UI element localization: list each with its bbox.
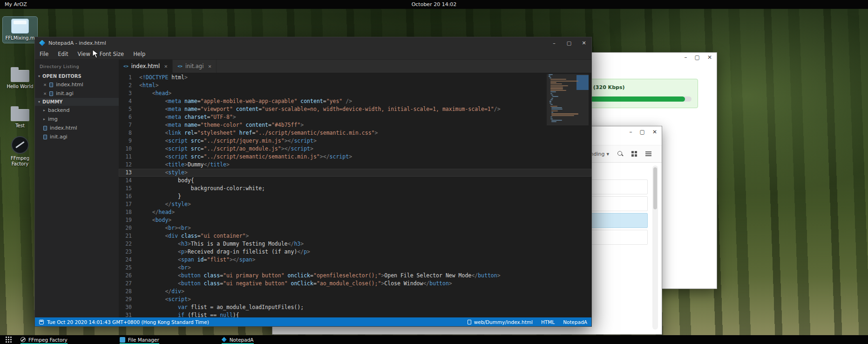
- code-line[interactable]: 20 <br><br>: [119, 224, 591, 232]
- folder-icon: [11, 70, 29, 82]
- code-line[interactable]: 14 body{: [119, 177, 591, 185]
- code-line[interactable]: 23 <p>Received drag-in filelist (if any)…: [119, 248, 591, 256]
- code-line[interactable]: 24 <span id="flist"></span>: [119, 256, 591, 264]
- code-line[interactable]: 7 <meta name="theme-color" content="#4b7…: [119, 121, 591, 129]
- code-text: if (flist == null){: [139, 311, 239, 317]
- code-line[interactable]: 8 <link rel="stylesheet" href="../script…: [119, 129, 591, 137]
- line-number: 13: [119, 169, 139, 177]
- close-icon[interactable]: ✕: [576, 37, 591, 48]
- scrollbar[interactable]: [652, 165, 658, 330]
- code-line[interactable]: 3 <head>: [119, 89, 591, 97]
- menu-font-size[interactable]: Font Size: [95, 48, 129, 59]
- app-launcher-icon[interactable]: [1, 335, 11, 344]
- taskbar-item-file-manager[interactable]: File Manager: [116, 335, 163, 344]
- close-icon[interactable]: ✕: [43, 91, 47, 96]
- taskbar-item-ffmpeg-factory[interactable]: FFmpeg Factory: [17, 335, 71, 344]
- tree-item-index-html[interactable]: index.html: [35, 124, 119, 132]
- desktop-icon-label: FFLMixing.m: [6, 35, 35, 41]
- code-line[interactable]: 28 </div>: [119, 288, 591, 296]
- desktop-icon-ffmpeg-factory[interactable]: FFmpeg Factory: [3, 134, 37, 168]
- tree-item-label: backend: [48, 107, 69, 113]
- tree-section-open-editors[interactable]: ▾OPEN EDITORS: [35, 72, 119, 80]
- desktop-icon-test[interactable]: Test: [3, 103, 37, 131]
- code-line[interactable]: 19 <body>: [119, 216, 591, 224]
- close-icon[interactable]: ✕: [652, 129, 657, 135]
- line-number: 29: [119, 296, 139, 303]
- code-line[interactable]: 16 }: [119, 193, 591, 200]
- code-line[interactable]: 22 <h3>This is a Dummy Testing Module</h…: [119, 240, 591, 248]
- minimize-icon[interactable]: –: [547, 37, 562, 48]
- maximize-icon[interactable]: ▢: [562, 37, 576, 48]
- tree-item-index-html[interactable]: ✕index.html: [35, 80, 119, 89]
- tab-init-agi[interactable]: <>init.agi✕: [173, 60, 217, 73]
- code-line[interactable]: 13 <style>: [119, 169, 591, 177]
- tree-item-init-agi[interactable]: init.agi: [35, 132, 119, 141]
- status-file[interactable]: web/Dummy/index.html: [468, 319, 533, 325]
- code-line[interactable]: 5 <meta name="viewport" content="user-sc…: [119, 105, 591, 113]
- search-icon[interactable]: [617, 151, 623, 157]
- tree-item-init-agi[interactable]: ✕init.agi: [35, 89, 119, 98]
- code-line[interactable]: 4 <meta name="apple-mobile-web-app-capab…: [119, 97, 591, 105]
- close-icon[interactable]: ✕: [43, 83, 47, 87]
- scrollbar-thumb[interactable]: [653, 167, 657, 209]
- minimap-line: [551, 113, 578, 114]
- code-area[interactable]: 1<!DOCTYPE html>2<html>3 <head>4 <meta n…: [119, 73, 591, 317]
- menu-edit[interactable]: Edit: [53, 48, 73, 59]
- code-line[interactable]: 30 var flist = ao_module_loadInputFiles(…: [119, 303, 591, 311]
- list-view-icon[interactable]: [645, 151, 651, 157]
- aroz-menu[interactable]: My ArOZ: [0, 1, 27, 7]
- code-line[interactable]: 12 <title>Dummy</title>: [119, 161, 591, 169]
- tree-section-dummy[interactable]: ▾DUMMY: [35, 98, 119, 106]
- code-line[interactable]: 1<!DOCTYPE html>: [119, 74, 591, 82]
- taskbar-item-label: File Manager: [128, 337, 159, 343]
- grid-view-icon[interactable]: [631, 151, 637, 157]
- code-line[interactable]: 15 background-color:white;: [119, 185, 591, 193]
- menu-view[interactable]: View: [73, 48, 95, 59]
- minimap-line: [551, 107, 562, 108]
- code-line[interactable]: 25 <br>: [119, 264, 591, 272]
- minimap-line: [550, 81, 578, 82]
- file-icon: [43, 135, 47, 139]
- desktop-icon-fflmixing-m[interactable]: FFLMixing.m: [3, 17, 37, 43]
- notepada-window[interactable]: NotepadA - index.html – ▢ ✕ FileEditView…: [34, 37, 592, 327]
- menu-help[interactable]: Help: [129, 48, 150, 59]
- tree-item-backend[interactable]: ▸backend: [35, 106, 119, 115]
- taskbar-item-notepada[interactable]: NotepadA: [218, 335, 258, 344]
- code-text: <script src="../script/jquery.min.js"></…: [139, 137, 317, 145]
- file-icon: [11, 19, 29, 34]
- code-line[interactable]: 9 <script src="../script/jquery.min.js">…: [119, 137, 591, 145]
- menu-file[interactable]: File: [35, 48, 53, 59]
- close-icon[interactable]: ✕: [164, 64, 168, 69]
- code-line[interactable]: 11 <script src="../script/semantic/seman…: [119, 153, 591, 161]
- status-datetime: Tue Oct 20 2020 14:01:43 GMT+0800 (Hong …: [47, 319, 209, 325]
- maximize-icon[interactable]: ▢: [640, 129, 645, 135]
- status-language[interactable]: HTML: [541, 319, 555, 325]
- minimap[interactable]: [549, 74, 586, 123]
- minimap-line: [550, 90, 566, 91]
- code-line[interactable]: 31 if (flist == null){: [119, 311, 591, 317]
- code-line[interactable]: 6 <meta charset="UTF-8">: [119, 113, 591, 121]
- maximize-icon[interactable]: ▢: [695, 54, 700, 61]
- code-line[interactable]: 27 <button class="ui negative button" on…: [119, 280, 591, 288]
- code-line[interactable]: 21 <div class="ui container">: [119, 232, 591, 240]
- close-icon[interactable]: ✕: [208, 64, 211, 69]
- notepada-titlebar[interactable]: NotepadA - index.html – ▢ ✕: [35, 37, 591, 48]
- desktop-icon-hello-world[interactable]: Hello World: [3, 64, 37, 91]
- close-icon[interactable]: ✕: [707, 54, 712, 61]
- notepad-menubar: FileEditViewFont SizeHelp: [35, 48, 591, 60]
- code-line[interactable]: 10 <script src="../script/ao_module.js">…: [119, 145, 591, 153]
- minimap-line: [550, 87, 563, 88]
- file-icon: [49, 83, 53, 87]
- code-line[interactable]: 26 <button class="ui primary button" onc…: [119, 272, 591, 280]
- code-line[interactable]: 17 </style>: [119, 200, 591, 208]
- tab-index-html[interactable]: <>index.html✕: [119, 60, 173, 73]
- minimap-line: [551, 95, 553, 96]
- code-text: <html>: [139, 82, 159, 89]
- code-line[interactable]: 29 <script>: [119, 296, 591, 303]
- code-line[interactable]: 2<html>: [119, 82, 591, 89]
- minimize-icon[interactable]: –: [630, 129, 632, 135]
- code-line[interactable]: 18 </head>: [119, 208, 591, 216]
- minimize-icon[interactable]: –: [685, 54, 687, 61]
- tree-item-img[interactable]: ▸img: [35, 115, 119, 124]
- minimap-line: [550, 93, 552, 94]
